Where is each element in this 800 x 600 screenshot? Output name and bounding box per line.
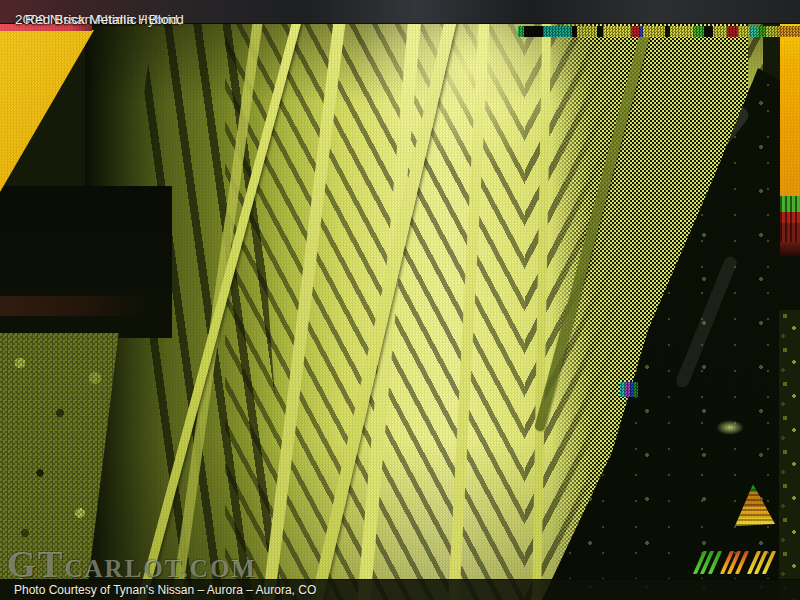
edge-maroon: [780, 242, 800, 256]
orange-edge-stripe: [780, 18, 800, 196]
photo-credit: Photo Courtesy of Tynan's Nissan – Auror…: [14, 583, 316, 597]
compression-glitch-band: [518, 26, 800, 37]
sunlight-hotspot: [355, 22, 585, 172]
foliage-edge-column: [779, 310, 800, 600]
watermark-suffix: carlot.com: [64, 556, 256, 581]
rust-band: [0, 296, 150, 316]
compression-glitch-pixels: [620, 382, 638, 397]
wheel-spoke: [674, 255, 738, 390]
gtcarlot-stripes-logo: [698, 550, 774, 575]
gold-background-wedge: [0, 30, 94, 192]
watermark-prefix: GT: [7, 546, 64, 583]
credit-bar: Photo Courtesy of Tynan's Nissan – Auror…: [0, 579, 800, 600]
edge-glitch: [780, 196, 800, 242]
vehicle-photo: GTcarlot.com 2009 Nissan Altima Hybrid,R…: [0, 0, 800, 600]
paint-name: Red Brick Metallic / Blond: [25, 12, 184, 27]
gtcarlot-watermark: GTcarlot.com: [7, 546, 257, 583]
bright-speckles: [716, 420, 744, 435]
title-bar: 2009 Nissan Altima Hybrid,Red Brick Meta…: [0, 0, 800, 24]
